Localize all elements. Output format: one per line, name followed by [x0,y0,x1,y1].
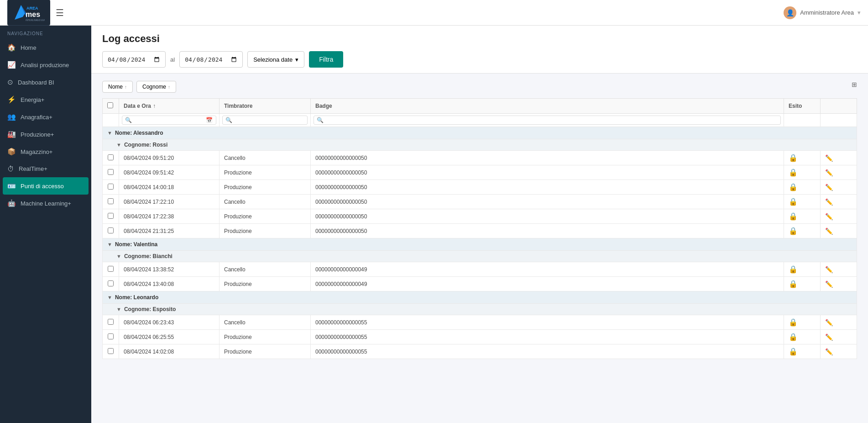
row-checkbox[interactable] [108,154,114,160]
chevron-icon[interactable]: ▼ [107,130,112,136]
row-checkbox-cell [103,224,119,238]
chevron-icon[interactable]: ▼ [116,142,121,148]
user-name-label: Amministratore Area [800,9,854,16]
th-datetime: Data e Ora ↑ [119,99,220,114]
date-from-input[interactable] [102,51,166,68]
row-checkbox[interactable] [108,184,114,190]
select-all-checkbox[interactable] [107,102,113,108]
edit-icon[interactable]: ✏️ [825,319,833,326]
edit-icon[interactable]: ✏️ [825,333,833,341]
sidebar-item-analisi-produzione[interactable]: 📈 Analisi produzione [0,56,91,74]
search-timbratore-cell: 🔍 [220,114,311,127]
row-checkbox-cell [103,315,119,330]
lock-icon: 🔒 [789,280,798,288]
search-timbratore-icon: 🔍 [225,117,232,123]
sidebar-item-dashboard-bi[interactable]: ⊙ Dashboard BI [0,74,91,91]
table-row: 08/04/2024 14:00:18 Produzione 000000000… [103,180,857,195]
th-esito: Esito [784,99,821,114]
select-date-label: Seleziona date [253,56,293,63]
row-timbratore: Produzione [220,277,311,291]
edit-icon[interactable]: ✏️ [825,227,833,235]
filtra-button[interactable]: Filtra [309,51,343,68]
svg-text:mes: mes [26,11,40,18]
topbar: AREA mes INTERLINKED EVOLUTION ☰ 👤 Ammin… [0,0,868,26]
hamburger-button[interactable]: ☰ [56,7,64,18]
chevron-icon[interactable]: ▼ [107,295,112,300]
edit-icon[interactable]: ✏️ [825,266,833,273]
row-actions: ✏️ [821,344,857,359]
sort-cognome-button[interactable]: Cognome ↑ [136,81,176,93]
row-timbratore: Produzione [220,165,311,180]
row-esito: 🔒 [784,151,821,165]
edit-icon[interactable]: ✏️ [825,184,833,191]
row-datetime: 08/04/2024 17:22:38 [119,209,220,224]
sidebar-item-magazzino[interactable]: 📦 Magazzino+ [0,143,91,160]
sidebar-item-punti-accesso[interactable]: 🪪 Punti di accesso [3,177,89,195]
row-checkbox[interactable] [108,319,114,325]
row-esito: 🔒 [784,344,821,359]
group-name-row: ▼Nome: Valentina [103,238,857,251]
sort-nome-button[interactable]: Nome ↑ [102,81,133,93]
row-datetime: 08/04/2024 13:38:52 [119,262,220,277]
edit-icon[interactable]: ✏️ [825,213,833,220]
row-checkbox[interactable] [108,169,114,175]
sidebar-item-realtime[interactable]: ⏱ RealTime+ [0,160,91,177]
chevron-icon[interactable]: ▼ [116,307,121,312]
row-actions: ✏️ [821,165,857,180]
chevron-down-icon: ▾ [295,56,298,63]
row-esito: 🔒 [784,224,821,238]
export-icon[interactable]: ⊞ [852,81,857,93]
row-badge: 00000000000000049 [311,277,784,291]
lock-icon: 🔒 [789,265,798,273]
edit-icon[interactable]: ✏️ [825,198,833,206]
row-checkbox[interactable] [108,213,114,219]
sidebar-item-energia[interactable]: ⚡ Energia+ [0,91,91,108]
table-row: 08/04/2024 06:23:43 Cancello 00000000000… [103,315,857,330]
sidebar-item-label: Home [21,44,37,51]
search-datetime-cell: 🔍 📅 [119,114,220,127]
search-esito-cell [784,114,821,127]
row-checkbox[interactable] [108,348,114,354]
svg-text:AREA: AREA [26,6,38,11]
sidebar-item-produzione[interactable]: 🏭 Produzione+ [0,126,91,143]
svg-marker-0 [15,5,26,20]
search-actions-cell [821,114,857,127]
edit-icon[interactable]: ✏️ [825,169,833,176]
punti-accesso-icon: 🪪 [7,182,16,190]
table-row: 08/04/2024 09:51:42 Produzione 000000000… [103,165,857,180]
row-checkbox[interactable] [108,280,114,286]
group-surname-row: ▼Cognome: Bianchi [103,251,857,262]
row-checkbox[interactable] [108,266,114,272]
th-timbratore-label: Timbratore [224,103,252,109]
sidebar-item-home[interactable]: 🏠 Home [0,39,91,56]
date-to-input[interactable] [179,51,243,68]
search-badge-icon: 🔍 [317,117,324,123]
row-checkbox-cell [103,330,119,344]
row-timbratore: Produzione [220,330,311,344]
chevron-icon[interactable]: ▼ [107,242,112,247]
sidebar-item-machine-learning[interactable]: 🤖 Machine Learning+ [0,195,91,212]
group-surname-row: ▼Cognome: Rossi [103,139,857,151]
table-row: 08/04/2024 14:02:08 Produzione 000000000… [103,344,857,359]
edit-icon[interactable]: ✏️ [825,280,833,288]
calendar-icon[interactable]: 📅 [206,117,213,123]
edit-icon[interactable]: ✏️ [825,348,833,355]
select-date-button[interactable]: Seleziona date ▾ [247,51,304,68]
row-badge: 00000000000000050 [311,180,784,195]
row-checkbox[interactable] [108,198,114,204]
table-body: ▼Nome: Alessandro▼Cognome: Rossi 08/04/2… [103,127,857,359]
row-datetime: 08/04/2024 09:51:42 [119,165,220,180]
edit-icon[interactable]: ✏️ [825,154,833,162]
search-datetime-input[interactable] [134,117,204,123]
row-checkbox[interactable] [108,333,114,339]
chevron-icon[interactable]: ▼ [116,254,121,259]
search-timbratore-input[interactable] [234,117,304,123]
sort-icon[interactable]: ↑ [153,103,156,109]
topbar-right: 👤 Amministratore Area ▾ [784,6,861,19]
search-badge-input[interactable] [325,117,778,123]
main-header: Log accessi al Seleziona date ▾ Filtra [91,26,868,74]
row-actions: ✏️ [821,330,857,344]
sidebar-item-label: Dashboard BI [18,79,54,86]
sidebar-item-anagrafica[interactable]: 👥 Anagrafica+ [0,108,91,126]
row-checkbox[interactable] [108,227,114,233]
